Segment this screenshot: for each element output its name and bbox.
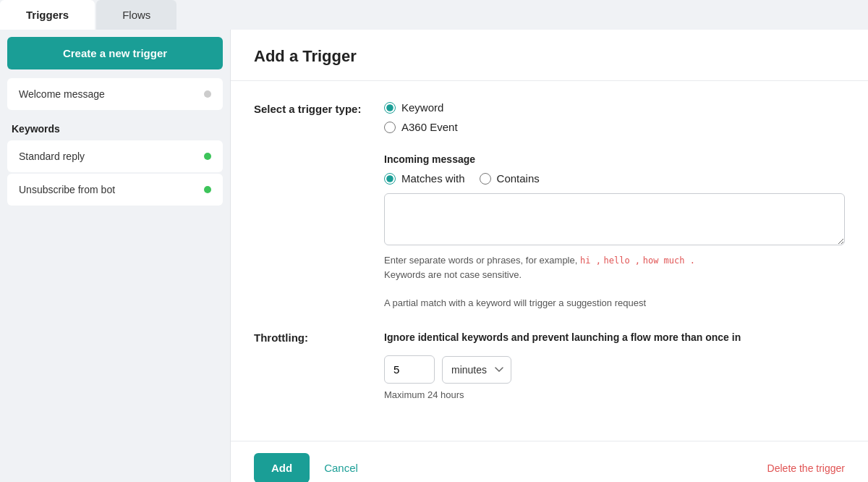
welcome-label: Welcome message [19,88,105,100]
trigger-keyword-option[interactable]: Keyword [384,101,845,114]
sidebar-item-standard-reply[interactable]: Standard reply [7,140,223,172]
trigger-type-radio-group: Keyword A360 Event [384,101,845,133]
throttle-unit-select[interactable]: minutes hours [442,356,511,384]
contains-radio[interactable] [480,173,491,185]
unsubscribe-status-dot [204,186,211,193]
incoming-message-controls: Incoming message Matches with Contains [384,153,845,310]
trigger-type-label: Select a trigger type: [254,101,384,115]
throttle-number-input[interactable] [384,355,435,384]
layout: Create a new trigger Welcome message Key… [0,30,868,482]
contains-label: Contains [497,172,540,185]
max-hours-text: Maximum 24 hours [384,389,845,400]
standard-reply-status-dot [204,153,211,160]
sidebar-item-unsubscribe[interactable]: Unsubscribe from bot [7,174,223,206]
throttling-label: Throttling: [254,330,384,344]
trigger-type-row: Select a trigger type: Keyword A360 Even… [254,101,845,133]
create-trigger-button[interactable]: Create a new trigger [7,37,223,69]
throttling-row: Throttling: Ignore identical keywords an… [254,330,845,400]
add-button[interactable]: Add [254,453,310,482]
hint-line2: Keywords are not case sensitive. [384,269,522,280]
delete-trigger-link[interactable]: Delete the trigger [767,462,845,474]
contains-option[interactable]: Contains [480,172,540,185]
top-nav: Triggers Flows [0,0,868,30]
welcome-status-dot [204,90,211,98]
matches-with-radio[interactable] [384,173,396,185]
sidebar: Create a new trigger Welcome message Key… [0,30,230,482]
throttle-desc: Ignore identical keywords and prevent la… [384,330,845,345]
incoming-message-spacer [254,153,384,155]
hint-code-hello: hello , [604,255,641,266]
page-title: Add a Trigger [231,30,868,81]
hint-text: Enter separate words or phrases, for exa… [384,253,845,310]
trigger-a360-label: A360 Event [401,121,458,133]
incoming-message-label: Incoming message [384,153,845,165]
sidebar-item-welcome[interactable]: Welcome message [7,78,223,110]
main-content: Add a Trigger Select a trigger type: Key… [230,30,868,482]
keyword-input[interactable] [384,193,845,245]
trigger-keyword-label: Keyword [401,101,443,114]
match-radio-group: Matches with Contains [384,172,845,185]
hint-code-hi: hi , [580,255,601,266]
trigger-type-controls: Keyword A360 Event [384,101,845,133]
trigger-a360-option[interactable]: A360 Event [384,121,845,133]
unsubscribe-label: Unsubscribe from bot [19,184,115,195]
hint-code-howmuch: how much . [643,255,695,266]
trigger-keyword-radio[interactable] [384,102,396,114]
matches-with-option[interactable]: Matches with [384,172,465,185]
cancel-link[interactable]: Cancel [324,462,358,474]
standard-reply-label: Standard reply [19,151,85,162]
keywords-section-label: Keywords [0,111,230,140]
tab-triggers[interactable]: Triggers [0,0,95,30]
throttle-inputs: minutes hours [384,355,845,384]
hint-prefix: Enter separate words or phrases, for exa… [384,255,580,266]
throttling-controls: Ignore identical keywords and prevent la… [384,330,845,400]
form-area: Select a trigger type: Keyword A360 Even… [231,81,868,441]
footer-left: Add Cancel [254,453,358,482]
tab-flows[interactable]: Flows [96,0,176,30]
trigger-a360-radio[interactable] [384,122,396,133]
incoming-message-row: Incoming message Matches with Contains [254,153,845,310]
hint-line3: A partial match with a keyword will trig… [384,297,646,308]
footer: Add Cancel Delete the trigger [231,441,868,482]
matches-with-label: Matches with [401,172,465,185]
